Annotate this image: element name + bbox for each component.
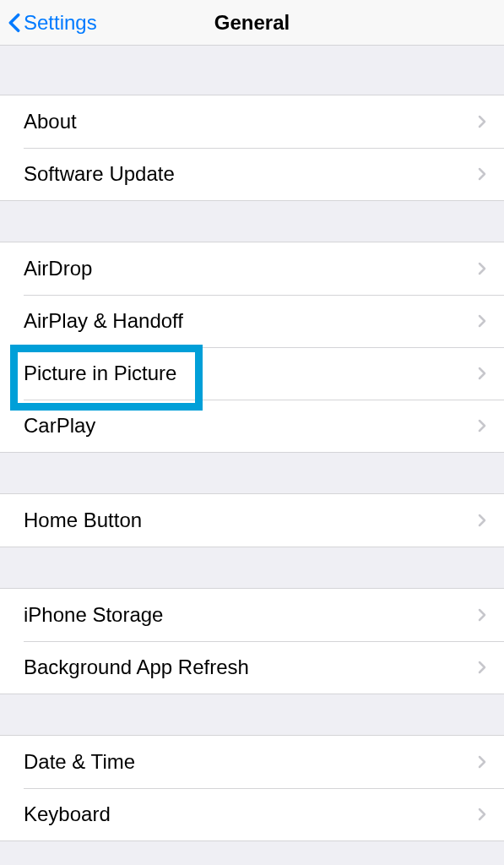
row-label: About [24,110,477,133]
chevron-right-icon [477,513,487,528]
chevron-right-icon [477,660,487,675]
group-spacer [0,201,504,242]
row-airdrop[interactable]: AirDrop [0,242,504,295]
nav-bar: Settings General [0,0,504,46]
chevron-right-icon [477,166,487,182]
row-about[interactable]: About [0,95,504,148]
back-label: Settings [24,11,97,35]
settings-content: About Software Update AirDrop AirPlay & … [0,46,504,841]
row-label: AirPlay & Handoff [24,309,477,333]
row-label: Home Button [24,509,477,532]
chevron-right-icon [477,114,487,129]
row-label: Date & Time [24,750,477,774]
row-iphone-storage[interactable]: iPhone Storage [0,589,504,641]
settings-group: iPhone Storage Background App Refresh [0,588,504,694]
row-label: Background App Refresh [24,656,477,679]
row-background-app-refresh[interactable]: Background App Refresh [0,641,504,694]
group-spacer [0,46,504,95]
chevron-right-icon [477,366,487,381]
chevron-right-icon [477,754,487,770]
chevron-right-icon [477,607,487,623]
settings-group: AirDrop AirPlay & Handoff Picture in Pic… [0,242,504,453]
row-label: AirDrop [24,257,477,280]
row-label: CarPlay [24,414,477,438]
chevron-right-icon [477,418,487,433]
chevron-left-icon [7,11,22,35]
group-spacer [0,547,504,588]
chevron-right-icon [477,807,487,822]
row-picture-in-picture[interactable]: Picture in Picture [0,347,504,400]
row-label: iPhone Storage [24,603,477,627]
settings-group: Home Button [0,493,504,547]
row-date-time[interactable]: Date & Time [0,736,504,788]
settings-group: About Software Update [0,95,504,201]
group-spacer [0,453,504,493]
row-keyboard[interactable]: Keyboard [0,788,504,841]
row-label: Keyboard [24,802,477,826]
row-home-button[interactable]: Home Button [0,494,504,547]
row-carplay[interactable]: CarPlay [0,400,504,452]
chevron-right-icon [477,313,487,329]
back-button[interactable]: Settings [0,11,97,35]
row-airplay-handoff[interactable]: AirPlay & Handoff [0,295,504,347]
settings-group: Date & Time Keyboard [0,735,504,841]
row-label: Picture in Picture [24,362,477,385]
chevron-right-icon [477,261,487,276]
row-label: Software Update [24,162,477,186]
group-spacer [0,694,504,735]
row-software-update[interactable]: Software Update [0,148,504,200]
